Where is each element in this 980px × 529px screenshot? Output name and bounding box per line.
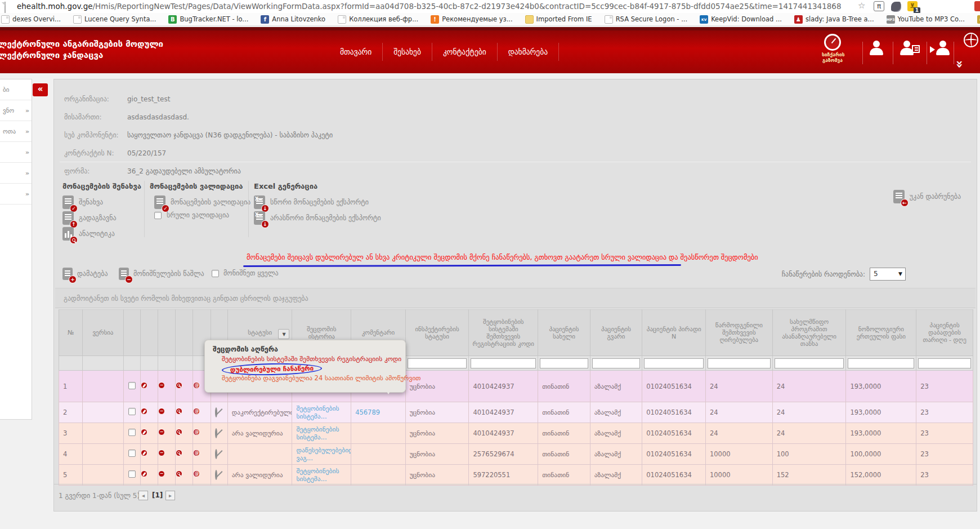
cell-link-comment[interactable]: 456789 (355, 408, 380, 416)
prev-page-button[interactable]: ◂ (138, 491, 148, 500)
column-header-birth_day[interactable]: პაციენტის დაბადების თარიღი - დღე (916, 310, 973, 356)
select-all-checkbox[interactable] (212, 270, 219, 277)
logout-icon[interactable] (934, 41, 951, 55)
filter-input-personal[interactable] (644, 358, 704, 368)
full-validation-checkbox[interactable] (154, 212, 162, 219)
add-record-button[interactable]: + დამატება (62, 268, 108, 280)
row-checkbox[interactable] (128, 470, 136, 478)
toolbar-button[interactable]: X=↓სწორი მონაცემების ექსპორტი (254, 195, 369, 209)
cell-link-history[interactable]: დაწესებულებებიდან ვაგ... (296, 446, 351, 462)
column-header-ic_view[interactable] (176, 310, 193, 356)
column-header-version[interactable]: ვერსია (83, 310, 123, 356)
sidebar-item[interactable]: ოთა» (0, 121, 32, 142)
sidebar-item[interactable]: » (0, 142, 32, 163)
void-icon[interactable] (215, 449, 217, 459)
column-header-check[interactable] (123, 310, 140, 356)
sidebar-item[interactable]: » (0, 184, 32, 205)
current-page[interactable]: [1] (152, 491, 163, 499)
bookmark-item[interactable]: MP3YouTube to MP3 Co... (887, 15, 965, 24)
cell-link-history[interactable]: შეტყობინების სისტემა... (296, 467, 339, 483)
toolbar-button[interactable]: X=↓არასწორი მონაცემების ექსპორტი (254, 211, 381, 225)
sidebar-item[interactable]: ვნო» (0, 100, 32, 121)
column-header-ic_delete[interactable] (158, 310, 176, 356)
nav-item-კონტაქტები[interactable]: კონტაქტები (432, 43, 497, 61)
delete-selected-button[interactable]: − მონიშნულების წაშლა (119, 268, 204, 280)
next-page-button[interactable]: ▸ (165, 491, 175, 500)
toolbar-button[interactable]: ↑გადაგზავნა (62, 211, 117, 225)
bookmark-item[interactable]: !Рекомендуемые уз... (431, 15, 512, 24)
bookmark-item[interactable]: ♟slady: Java B-Tree a... (794, 15, 874, 24)
toolbar-button-label: სწორი მონაცემების ექსპორტი (270, 198, 369, 206)
bookmark-item[interactable]: dexes Overvi... (1, 15, 61, 24)
filter-input-inspection[interactable] (408, 358, 467, 368)
column-header-ic_edit[interactable] (140, 310, 158, 356)
full-validation-toggle[interactable]: სრული ვალიდაცია (154, 211, 229, 219)
chart-magnifier-icon (62, 227, 74, 241)
tooltip-title: შეცდომის აღწერა (213, 345, 399, 353)
yellow-extension-icon[interactable]: ⊻1 (907, 1, 918, 11)
filter-input-first_name[interactable] (540, 358, 588, 368)
filter-input-last_name[interactable] (592, 358, 641, 368)
back-button[interactable]: ← უკან დაბრუნება (893, 190, 961, 203)
nav-item-შესახებ[interactable]: შესახებ (382, 43, 432, 61)
void-icon[interactable] (215, 470, 217, 480)
tooltip-error-line3: შეტყობინება დაგვიანებულია 24 საათიანი ლი… (222, 374, 399, 382)
row-checkbox[interactable] (128, 382, 136, 389)
filter-input-code[interactable] (471, 358, 536, 368)
bookmark-star-icon[interactable]: ☆ (858, 1, 865, 11)
bookmark-item[interactable]: Lucene Query Synta... (73, 15, 156, 24)
column-header-inspection[interactable]: ინსპექტირების სტატუსი (405, 310, 469, 356)
select-all-control[interactable]: მონიშნეთ ყველა (212, 269, 279, 277)
row-checkbox[interactable] (128, 429, 136, 436)
sidebar-item[interactable]: ბი (0, 79, 32, 100)
row-checkbox[interactable] (128, 450, 136, 457)
filter-input-amount[interactable] (775, 358, 844, 368)
info-value: 05/220/157 (127, 149, 166, 157)
bookmark-item[interactable]: BBugTracker.NET - lo... (168, 15, 248, 24)
speed-test-widget[interactable]: სიჩქარისგაზომვა (822, 34, 843, 63)
cut-extension-icon[interactable] (974, 1, 980, 11)
cell-last_name: აზალამქ (590, 444, 642, 465)
column-header-amount[interactable]: სახელმწიფო პროგრამით ასანაზღაურებელი თან… (772, 310, 846, 356)
column-header-personal[interactable]: პაციენტის პირადი N (642, 310, 706, 356)
toolbar-button[interactable]: ✓შენახვა (62, 195, 103, 209)
column-header-last_name[interactable]: პაციენტის გვარი (590, 310, 642, 356)
bookmark-item[interactable]: fAnna Litovzenko (261, 15, 325, 24)
bookmark-item[interactable]: Imported From IE (525, 15, 592, 24)
column-header-first_name[interactable]: პაციენტის სახელი (538, 310, 590, 356)
bookmark-item[interactable]: RSA Secure Logon - ... (605, 15, 688, 24)
url-text[interactable]: ehealth.moh.gov.ge/Hmis/ReportingNewTest… (17, 2, 842, 11)
collapse-header-icon[interactable]: » (953, 60, 967, 66)
bookmark-favicon-icon: f (261, 15, 269, 24)
sidebar-item[interactable]: » (0, 163, 32, 184)
profile-icon[interactable] (868, 41, 885, 55)
browser-url-bar[interactable]: ehealth.moh.gov.ge/Hmis/ReportingNewTest… (0, 0, 980, 13)
records-count-select[interactable]: 5 ▼ (870, 268, 906, 281)
void-icon[interactable] (215, 428, 217, 438)
toolbar-button[interactable]: ანალიტიკა (62, 227, 115, 241)
toolbar-button[interactable]: ✓მონაცემების ვალიდაცია (154, 195, 250, 209)
cell-link-history[interactable]: შეტყობინების სისტემა... (296, 425, 339, 441)
filter-input-price[interactable] (848, 358, 914, 368)
filter-input-cost[interactable] (708, 358, 771, 368)
column-header-cost[interactable]: წარმოდგენილი შემთხვევის ღირებულება (705, 310, 772, 356)
column-header-num[interactable]: № (59, 310, 83, 356)
cell-link-history[interactable]: შეტყობინების სისტემა... (296, 404, 339, 420)
bookmark-item[interactable]: Коллекция веб-фр... (338, 15, 418, 24)
filter-input-birth_day[interactable] (918, 358, 971, 368)
column-header-price[interactable]: ნოზოლოგიური ერთეულის ფასი (846, 310, 916, 356)
sidebar-collapse-button[interactable]: « (33, 83, 48, 96)
language-globe-icon[interactable] (964, 33, 978, 47)
bookmark-item[interactable]: ❧MongoDB and C# - ... (977, 15, 980, 24)
void-icon[interactable] (215, 407, 217, 417)
status-filter-dropdown-icon[interactable]: ▼ (278, 329, 289, 339)
nav-item-დახმარება[interactable]: დახმარება (497, 43, 559, 61)
nav-item-მთავარი[interactable]: მთავარი (329, 43, 382, 61)
user-list-icon[interactable] (898, 41, 915, 55)
bookmark-item[interactable]: KVKeepVid: Download ... (700, 15, 782, 24)
column-header-code[interactable]: შეტყობინების სისტემაში შემთხვევის რეგისტ… (469, 310, 538, 356)
cell-ic_void (211, 444, 227, 465)
spider-extension-icon[interactable] (891, 2, 901, 11)
pi-extension-icon[interactable]: π (874, 1, 884, 11)
row-checkbox[interactable] (128, 408, 136, 415)
